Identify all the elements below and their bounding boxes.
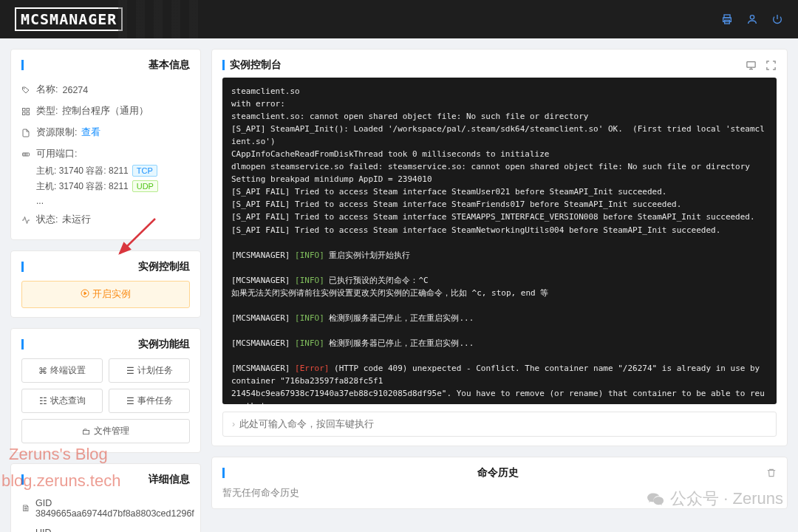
console-card: 实例控制台 steamclient.sowith error:steamclie…: [211, 49, 788, 446]
basic-info-title: 基本信息: [149, 58, 190, 72]
schedule-tasks-button[interactable]: ☰计划任务: [109, 358, 190, 383]
doc-icon: [21, 129, 32, 137]
udp-tag: UDP: [132, 180, 158, 192]
start-instance-button[interactable]: 开启实例: [21, 281, 190, 308]
terminal-settings-button[interactable]: ⌘终端设置: [21, 358, 103, 383]
history-title: 命令历史: [477, 466, 519, 480]
event-tasks-button[interactable]: ☰事件任务: [109, 389, 190, 413]
status-row: 状态: 未运行: [21, 209, 190, 231]
console-title: 实例控制台: [230, 58, 282, 72]
name-row: 名称: 26274: [21, 79, 190, 100]
svg-rect-8: [27, 112, 30, 115]
port-line-2: 主机: 31740 容器: 8211UDP: [21, 180, 190, 193]
list-icon: ☷: [39, 396, 47, 406]
control-group-title: 实例控制组: [138, 260, 190, 273]
svg-rect-7: [23, 112, 26, 115]
status-query-button[interactable]: ☷状态查询: [21, 389, 103, 413]
print-icon[interactable]: [721, 13, 733, 25]
logo[interactable]: MCSMANAGER: [15, 7, 123, 31]
port-line-1: 主机: 31740 容器: 8211TCP: [21, 165, 190, 177]
id-icon: 🗎: [21, 503, 31, 514]
play-icon: [81, 289, 89, 300]
command-input[interactable]: [239, 419, 767, 429]
chevron-right-icon: ›: [232, 419, 235, 429]
power-icon[interactable]: [771, 13, 783, 25]
header-actions: [721, 13, 783, 25]
fullscreen-icon[interactable]: [765, 60, 777, 71]
terminal-icon: ⌘: [38, 366, 47, 376]
port-icon: [21, 150, 32, 159]
header-decoration: [118, 0, 207, 38]
detail-info-card: 详细信息 🗎GID 3849665aa69744d7bf8a8803ced129…: [10, 463, 201, 532]
type-row: 类型: 控制台程序（通用）: [21, 100, 190, 122]
svg-rect-11: [747, 61, 755, 67]
grid-icon: [21, 107, 32, 116]
event-icon: ☰: [126, 396, 134, 406]
func-group-card: 实例功能组 ⌘终端设置 ☰计划任务 ☷状态查询 ☰事件任务 🗀文件管理: [10, 328, 201, 453]
ports-row: 可用端口:: [21, 143, 190, 165]
resource-view-link[interactable]: 查看: [81, 126, 100, 139]
tcp-tag: TCP: [132, 165, 157, 177]
history-empty-text: 暂无任何命令历史: [222, 487, 777, 499]
func-group-title: 实例功能组: [138, 338, 190, 351]
file-manage-button[interactable]: 🗀文件管理: [21, 419, 190, 443]
monitor-icon[interactable]: [746, 60, 757, 71]
svg-rect-6: [27, 108, 30, 111]
user-icon[interactable]: [746, 13, 758, 25]
basic-info-card: 基本信息 名称: 26274 类型: 控制台程序（通用） 资源限制: 查看 可用…: [10, 49, 201, 240]
svg-point-3: [750, 16, 754, 19]
calendar-icon: ☰: [126, 366, 134, 376]
svg-rect-5: [23, 108, 26, 111]
terminal-output[interactable]: steamclient.sowith error:steamclient.so:…: [222, 78, 777, 404]
svg-point-4: [24, 88, 24, 89]
gid-row: 🗎GID 3849665aa69744d7bf8a8803ced1296f: [21, 494, 190, 523]
top-header: MCSMANAGER: [0, 0, 798, 38]
history-card: 命令历史 暂无任何命令历史: [211, 457, 788, 509]
activity-icon: [21, 216, 32, 225]
resource-row: 资源限制: 查看: [21, 122, 190, 143]
control-group-card: 实例控制组 开启实例: [10, 250, 201, 318]
trash-icon[interactable]: [766, 468, 777, 478]
folder-icon: 🗀: [82, 426, 91, 437]
uid-row: 🗎UID 2fa44068842141c8b0ce27a288c379b7: [21, 523, 190, 532]
port-more: ...: [21, 196, 190, 206]
command-input-wrapper[interactable]: ›: [222, 412, 777, 437]
tag-icon: [21, 86, 32, 95]
detail-title: 详细信息: [149, 473, 190, 486]
